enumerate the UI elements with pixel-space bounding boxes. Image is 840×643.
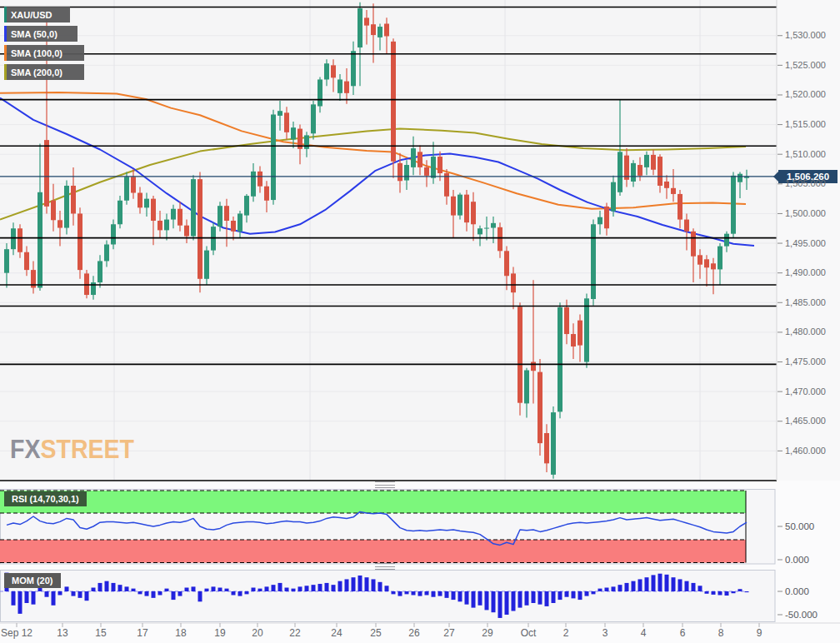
candle-body[interactable] <box>144 199 149 208</box>
candle-body[interactable] <box>551 412 556 475</box>
candle-body[interactable] <box>631 163 636 182</box>
candle-body[interactable] <box>291 127 296 139</box>
candle-body[interactable] <box>691 232 696 257</box>
candle-body[interactable] <box>604 207 609 228</box>
candle-body[interactable] <box>451 197 456 216</box>
candle-body[interactable] <box>391 42 396 162</box>
candle-body[interactable] <box>518 307 522 402</box>
candle-body[interactable] <box>418 152 422 167</box>
candle-body[interactable] <box>238 213 242 231</box>
candle-body[interactable] <box>504 251 509 276</box>
candle-body[interactable] <box>304 135 309 148</box>
candle-body[interactable] <box>711 263 716 269</box>
candle-body[interactable] <box>398 163 402 181</box>
candle-body[interactable] <box>71 186 76 213</box>
candle-body[interactable] <box>431 157 436 178</box>
legend-item-xau-usd[interactable]: XAU/USD <box>4 7 70 22</box>
candle-body[interactable] <box>64 186 69 228</box>
mom-panel-resize-handle[interactable] <box>375 563 395 570</box>
candle-body[interactable] <box>618 152 622 192</box>
candle-body[interactable] <box>191 179 196 236</box>
candle-body[interactable] <box>58 220 62 227</box>
candle-body[interactable] <box>18 228 22 252</box>
candle-body[interactable] <box>104 244 109 261</box>
candle-body[interactable] <box>138 193 142 208</box>
candle-body[interactable] <box>678 194 682 220</box>
candle-body[interactable] <box>511 273 516 292</box>
candle-body[interactable] <box>244 196 249 216</box>
candle-body[interactable] <box>738 174 742 182</box>
candle-body[interactable] <box>578 321 582 346</box>
candle-body[interactable] <box>11 228 16 249</box>
candle-body[interactable] <box>258 172 262 187</box>
candle-body[interactable] <box>178 209 182 226</box>
candle-body[interactable] <box>558 307 562 411</box>
candle-body[interactable] <box>231 221 236 232</box>
candle-body[interactable] <box>584 298 589 361</box>
candle-body[interactable] <box>524 371 529 404</box>
candle-body[interactable] <box>204 251 209 279</box>
candle-body[interactable] <box>378 27 382 37</box>
candle-body[interactable] <box>438 157 442 173</box>
candle-body[interactable] <box>404 165 409 181</box>
candle-body[interactable] <box>218 206 222 227</box>
candle-body[interactable] <box>311 104 316 133</box>
candle-body[interactable] <box>198 179 202 279</box>
candle-body[interactable] <box>318 79 322 106</box>
candle-body[interactable] <box>164 220 169 231</box>
candle-body[interactable] <box>611 182 616 212</box>
candle-body[interactable] <box>224 206 229 221</box>
candle-body[interactable] <box>271 114 276 200</box>
candle-body[interactable] <box>51 201 56 221</box>
main-plot-background[interactable] <box>0 0 777 481</box>
candle-body[interactable] <box>44 140 49 207</box>
candle-body[interactable] <box>471 202 476 224</box>
candle-body[interactable] <box>371 24 376 35</box>
candle-body[interactable] <box>684 220 689 232</box>
candle-body[interactable] <box>38 192 42 288</box>
candle-body[interactable] <box>131 177 136 192</box>
candle-body[interactable] <box>411 148 416 167</box>
candle-body[interactable] <box>498 227 502 251</box>
candle-body[interactable] <box>324 63 329 79</box>
candle-body[interactable] <box>671 188 676 194</box>
candle-body[interactable] <box>251 172 256 197</box>
candle-body[interactable] <box>651 155 656 170</box>
candle-body[interactable] <box>571 334 576 346</box>
candle-body[interactable] <box>704 259 709 267</box>
candle-body[interactable] <box>724 234 729 247</box>
candle-body[interactable] <box>698 255 702 264</box>
candle-body[interactable] <box>24 252 29 270</box>
candle-body[interactable] <box>458 195 462 216</box>
candle-body[interactable] <box>171 209 176 220</box>
candle-body[interactable] <box>78 213 82 270</box>
candle-body[interactable] <box>111 224 116 244</box>
candle-body[interactable] <box>591 224 596 299</box>
candle-body[interactable] <box>278 111 282 116</box>
candle-body[interactable] <box>424 167 429 176</box>
candle-body[interactable] <box>538 372 542 443</box>
chart-canvas[interactable] <box>0 0 840 643</box>
candle-body[interactable] <box>158 221 162 230</box>
candle-body[interactable] <box>478 228 482 234</box>
candle-body[interactable] <box>484 228 489 229</box>
candle-body[interactable] <box>184 226 189 237</box>
legend-item-sma-200-0[interactable]: SMA (200,0) <box>4 64 84 80</box>
candle-body[interactable] <box>284 112 289 132</box>
candle-body[interactable] <box>544 433 549 463</box>
candle-body[interactable] <box>531 362 536 371</box>
candle-body[interactable] <box>358 8 362 47</box>
candle-body[interactable] <box>718 247 722 270</box>
candle-body[interactable] <box>124 177 129 200</box>
candle-body[interactable] <box>491 223 496 228</box>
legend-item-sma-100-0[interactable]: SMA (100,0) <box>4 45 84 61</box>
candle-body[interactable] <box>344 82 349 93</box>
candle-body[interactable] <box>264 187 269 201</box>
legend-item-sma-50-0[interactable]: SMA (50,0) <box>4 26 78 42</box>
candle-body[interactable] <box>338 79 342 92</box>
candle-body[interactable] <box>464 195 469 222</box>
candle-body[interactable] <box>331 65 336 77</box>
candle-body[interactable] <box>564 307 569 334</box>
candle-body[interactable] <box>731 176 736 234</box>
candle-body[interactable] <box>598 217 602 225</box>
